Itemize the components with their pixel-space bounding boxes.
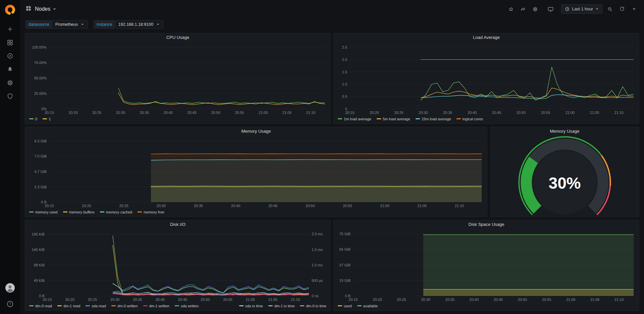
variable-label: datasource	[25, 20, 52, 29]
panel-title[interactable]: Disk I/O	[25, 220, 330, 229]
svg-text:20:45: 20:45	[494, 298, 503, 302]
legend-item[interactable]: memory free	[138, 210, 164, 214]
disk-space-chart[interactable]: 0 B19 GiB37 GiB56 GiB75 GiB20:1520:2020:…	[334, 229, 639, 303]
time-range-picker[interactable]: Last 1 hour	[561, 4, 602, 14]
avatar[interactable]	[3, 281, 17, 295]
dashboard-settings-button[interactable]	[530, 4, 540, 14]
legend-item[interactable]: logical cores	[457, 117, 483, 121]
svg-text:20:50: 20:50	[201, 298, 210, 302]
refresh-button[interactable]	[617, 4, 627, 14]
disk-io-chart[interactable]: 0 B49 KiB98 KiB146 KiB195 KiB0 ns500 µs1…	[25, 229, 330, 303]
star-button[interactable]	[506, 4, 516, 14]
legend-swatch	[175, 305, 179, 306]
legend-item[interactable]: sda written	[175, 304, 199, 308]
plus-icon[interactable]	[3, 22, 17, 36]
svg-text:195 KiB: 195 KiB	[32, 232, 45, 236]
cycle-view-tv-button[interactable]	[546, 4, 555, 14]
svg-text:20:25: 20:25	[92, 111, 102, 115]
help-icon[interactable]: ?	[3, 297, 17, 311]
panel-title[interactable]: CPU Usage	[25, 33, 330, 42]
legend-label: dm-1 written	[149, 304, 170, 308]
svg-text:20:30: 20:30	[110, 298, 120, 302]
navbar: Nodes Last 1 hour	[20, 0, 644, 18]
svg-text:20:15: 20:15	[45, 204, 54, 208]
svg-text:37 GiB: 37 GiB	[339, 263, 351, 267]
legend-label: 15m load average	[422, 117, 451, 121]
legend-swatch	[416, 118, 420, 119]
svg-text:0 ns: 0 ns	[312, 294, 319, 298]
legend-label: dm-0 written	[117, 304, 138, 308]
legend-item[interactable]: dm-1 written	[143, 304, 170, 308]
memory-usage-chart[interactable]: 0 B2.3 GiB4.7 GiB7.0 GiB9.3 GiB20:1520:2…	[25, 135, 487, 209]
legend-item[interactable]: dm-0 written	[111, 304, 138, 308]
svg-text:2.5: 2.5	[342, 45, 347, 49]
legend-item[interactable]: dm-1 read	[57, 304, 80, 308]
configuration-gear-icon[interactable]	[3, 76, 17, 89]
legend-item[interactable]: 1m load average	[338, 117, 371, 121]
svg-text:2.0: 2.0	[342, 58, 347, 62]
svg-text:20:45: 20:45	[178, 298, 187, 302]
svg-text:1.5 ms: 1.5 ms	[312, 248, 323, 252]
variable-value-dropdown[interactable]: 192.168.1.18:9100	[115, 20, 163, 29]
grafana-logo[interactable]	[4, 4, 16, 16]
svg-text:146 KiB: 146 KiB	[32, 248, 45, 252]
share-button[interactable]	[518, 4, 528, 14]
panel-memory-usage-gauge: Memory Usage 30%	[490, 127, 639, 217]
svg-text:2.0 ms: 2.0 ms	[312, 232, 323, 236]
legend: 1m load average5m load average15m load a…	[334, 116, 639, 124]
legend-item[interactable]: 0	[29, 117, 37, 121]
legend-label: used	[344, 304, 352, 308]
legend-label: 5m load average	[383, 117, 410, 121]
legend-item[interactable]: memory cached	[100, 210, 132, 214]
legend-item[interactable]: 15m load average	[416, 117, 451, 121]
svg-text:20:50: 20:50	[517, 111, 526, 115]
legend-item[interactable]: sda read	[86, 304, 106, 308]
legend-swatch	[239, 305, 244, 306]
dashboard-title-dropdown[interactable]: Nodes	[35, 6, 56, 12]
dashboards-icon[interactable]	[3, 36, 17, 49]
caret-down-icon	[595, 7, 599, 11]
legend-item[interactable]: dm-0 io time	[300, 304, 326, 308]
panel-title[interactable]: Memory Usage	[490, 127, 639, 135]
svg-text:20:40: 20:40	[164, 111, 173, 115]
refresh-interval-dropdown[interactable]	[629, 4, 639, 14]
svg-text:4.7 GiB: 4.7 GiB	[34, 170, 47, 174]
legend-label: dm-1 io time	[274, 304, 295, 308]
variable-value-dropdown[interactable]: Prometheus	[52, 20, 88, 29]
load-average-chart[interactable]: 00.51.01.52.02.520:1520:2020:2520:3020:3…	[334, 42, 639, 116]
explore-icon[interactable]	[3, 49, 17, 63]
legend-item[interactable]: 5m load average	[377, 117, 410, 121]
cpu-usage-chart[interactable]: 0%25.00%50.00%75.00%100.00%20:1520:2020:…	[25, 42, 330, 116]
load-average-svg: 00.51.01.52.02.520:1520:2020:2520:3020:3…	[334, 42, 639, 116]
svg-text:20:30: 20:30	[116, 111, 125, 115]
svg-text:20:30: 20:30	[157, 204, 166, 208]
zoom-out-button[interactable]	[605, 4, 614, 14]
alerting-bell-icon[interactable]	[3, 63, 17, 76]
legend-item[interactable]: memory used	[29, 210, 58, 214]
legend: memory usedmemory buffersmemory cachedme…	[25, 209, 487, 217]
legend-item[interactable]: used	[338, 304, 352, 308]
svg-text:20:20: 20:20	[65, 298, 74, 302]
legend-swatch	[29, 211, 34, 212]
panel-title[interactable]: Memory Usage	[25, 127, 487, 135]
svg-text:20:55: 20:55	[343, 204, 352, 208]
variable-instance: instance 192.168.1.18:9100	[94, 20, 163, 29]
legend-swatch	[268, 305, 273, 306]
svg-text:20:30: 20:30	[421, 298, 430, 302]
svg-text:20:50: 20:50	[211, 111, 220, 115]
legend-item[interactable]: dm-1 io time	[268, 304, 295, 308]
legend-item[interactable]: dm-0 read	[29, 304, 52, 308]
legend-item[interactable]: sda io time	[239, 304, 263, 308]
panel-title[interactable]: Disk Space Usage	[334, 220, 639, 229]
legend: dm-0 readdm-1 readsda readdm-0 writtendm…	[25, 303, 330, 311]
panel-title[interactable]: Load Average	[334, 33, 639, 42]
legend-item[interactable]: available	[357, 304, 378, 308]
svg-text:98 KiB: 98 KiB	[34, 263, 45, 267]
svg-text:21:10: 21:10	[291, 298, 300, 302]
svg-text:20:35: 20:35	[140, 111, 149, 115]
legend-item[interactable]: 1	[43, 117, 51, 121]
legend-item[interactable]: memory buffers	[63, 210, 95, 214]
legend-swatch	[100, 211, 104, 212]
panel-cpu-usage: CPU Usage 0%25.00%50.00%75.00%100.00%20:…	[25, 33, 331, 124]
admin-shield-icon[interactable]	[3, 89, 17, 103]
